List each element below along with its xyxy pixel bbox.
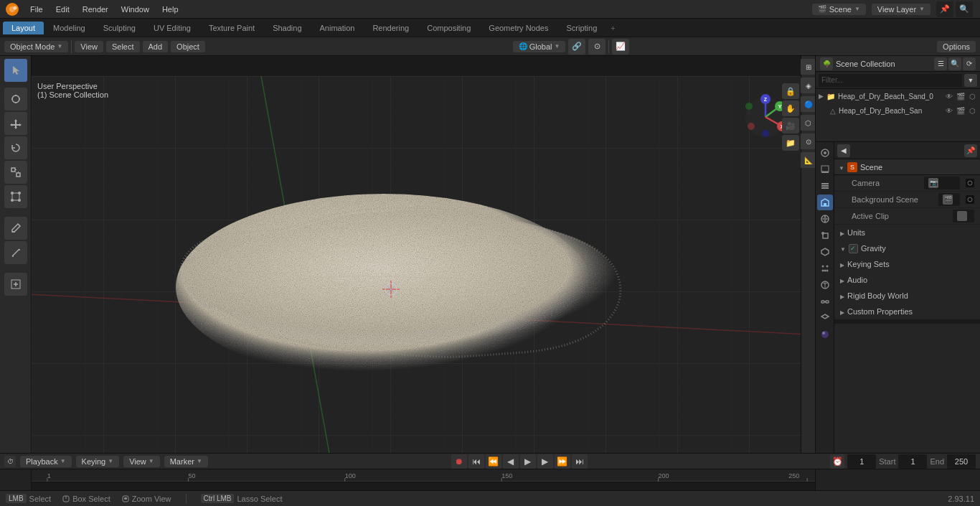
camera-link-btn[interactable]: [966, 179, 974, 187]
viewport-pan-btn[interactable]: ✋: [782, 100, 799, 116]
tab-shading[interactable]: Shading: [264, 22, 310, 34]
keying-sets-row[interactable]: Keying Sets: [834, 256, 980, 272]
options-btn[interactable]: Options: [937, 41, 976, 52]
props-icon-view-layer[interactable]: [817, 178, 833, 194]
props-icon-material[interactable]: [817, 327, 833, 342]
record-btn[interactable]: ⏺: [451, 454, 467, 469]
props-icon-world[interactable]: [817, 211, 833, 227]
prev-keyframe-btn[interactable]: ⏪: [486, 454, 501, 469]
menu-edit[interactable]: Edit: [50, 4, 75, 15]
outliner-filter-btn[interactable]: ☰: [934, 57, 947, 70]
tool-rotate[interactable]: [4, 136, 27, 159]
background-scene-value[interactable]: 🎬: [938, 193, 960, 206]
props-icon-data[interactable]: [817, 310, 833, 326]
viewport[interactable]: User Perspective (1) Scene Collection: [32, 56, 801, 453]
background-scene-row[interactable]: Background Scene 🎬: [834, 192, 980, 208]
select-menu[interactable]: Select: [106, 41, 140, 52]
proportional-edit-btn[interactable]: ⊙: [588, 39, 606, 55]
gravity-row[interactable]: ✓ Gravity: [834, 240, 980, 256]
menu-render[interactable]: Render: [77, 4, 114, 15]
custom-props-row[interactable]: Custom Properties: [834, 304, 980, 319]
tab-compositing[interactable]: Compositing: [418, 22, 479, 34]
props-icon-output[interactable]: [817, 161, 833, 177]
props-icon-scene[interactable]: [817, 195, 833, 210]
camera-row[interactable]: Camera 📷: [834, 175, 980, 192]
tab-scripting[interactable]: Scripting: [557, 22, 606, 34]
outliner-search-input[interactable]: Filter...: [819, 74, 962, 87]
camera-value[interactable]: 📷: [924, 177, 960, 189]
viewport-lock-btn[interactable]: 🔒: [782, 83, 799, 99]
scene-selector[interactable]: Scene: [829, 5, 852, 14]
props-icon-constraints[interactable]: [817, 294, 833, 309]
rt-icon-3[interactable]: 🔵: [800, 96, 817, 112]
tool-move[interactable]: [4, 112, 27, 135]
visibility-icon-1[interactable]: 👁: [944, 106, 954, 116]
pin-btn[interactable]: 📌: [936, 1, 953, 17]
tool-transform[interactable]: [4, 185, 27, 208]
add-workspace-btn[interactable]: +: [606, 22, 619, 34]
menu-file[interactable]: File: [24, 4, 49, 15]
props-search-input[interactable]: [852, 144, 962, 157]
tool-add[interactable]: [4, 273, 27, 296]
props-icon-render[interactable]: [817, 145, 833, 161]
tool-select[interactable]: [4, 59, 27, 82]
next-keyframe-btn[interactable]: ⏩: [555, 454, 570, 469]
active-clip-row[interactable]: Active Clip: [834, 208, 980, 225]
timeline-track[interactable]: 1 50 100 150 200 250: [32, 469, 815, 490]
current-frame-input[interactable]: 1: [847, 454, 876, 469]
props-icon-particles[interactable]: [817, 261, 833, 276]
rt-icon-4[interactable]: ⬡: [800, 115, 817, 131]
object-mode-dropdown[interactable]: Object Mode ▼: [4, 41, 68, 52]
audio-row[interactable]: Audio: [834, 272, 980, 288]
end-frame-input[interactable]: 250: [947, 454, 976, 469]
tab-geometry-nodes[interactable]: Geometry Nodes: [480, 22, 557, 34]
tab-animation[interactable]: Animation: [311, 22, 364, 34]
rigid-body-row[interactable]: Rigid Body World: [834, 288, 980, 304]
props-back-btn[interactable]: ◀: [837, 144, 850, 157]
active-clip-value[interactable]: [953, 210, 974, 222]
gravity-checkbox[interactable]: ✓: [849, 244, 858, 253]
menu-help[interactable]: Help: [156, 4, 184, 15]
playback-menu[interactable]: Playback ▼: [20, 456, 72, 467]
rt-icon-5[interactable]: ⊙: [800, 133, 817, 149]
prev-frame-btn[interactable]: ◀: [503, 454, 519, 469]
tool-cursor[interactable]: [4, 88, 27, 111]
tab-layout[interactable]: Layout: [3, 22, 44, 34]
transform-dropdown[interactable]: 🌐 Global ▼: [513, 41, 566, 52]
collection-item-0[interactable]: ▶ 📁 Heap_of_Dry_Beach_Sand_0 👁 🎬 ⬡: [816, 89, 980, 103]
units-row[interactable]: Units: [834, 225, 980, 240]
outliner-sort-btn[interactable]: ⟳: [963, 57, 976, 70]
tab-sculpting[interactable]: Sculpting: [95, 22, 144, 34]
collection-item-1[interactable]: △ Heap_of_Dry_Beach_San 👁 🎬 ⬡: [816, 103, 980, 118]
select-icon-1[interactable]: ⬡: [967, 106, 977, 116]
keying-menu[interactable]: Keying ▼: [76, 456, 120, 467]
filter-icon-btn[interactable]: ▼: [964, 74, 977, 87]
marker-menu[interactable]: Marker ▼: [164, 456, 208, 467]
jump-start-btn[interactable]: ⏮: [468, 454, 484, 469]
search-btn[interactable]: 🔍: [956, 1, 973, 17]
render-icon-0[interactable]: 🎬: [956, 91, 966, 101]
timeline-icon[interactable]: ⏱: [4, 456, 16, 467]
props-icon-object[interactable]: [817, 228, 833, 243]
rt-icon-6[interactable]: 📐: [800, 152, 817, 168]
tab-uv-editing[interactable]: UV Editing: [145, 22, 199, 34]
rt-icon-2[interactable]: ◈: [800, 78, 817, 93]
tool-scale[interactable]: [4, 161, 27, 184]
rt-icon-1[interactable]: ⊞: [800, 59, 817, 75]
viewport-camera-btn[interactable]: 🎥: [782, 118, 799, 133]
scene-section-header[interactable]: S Scene: [834, 159, 980, 175]
tool-measure[interactable]: [4, 241, 27, 264]
object-menu[interactable]: Object: [171, 41, 205, 52]
tab-texture-paint[interactable]: Texture Paint: [200, 22, 263, 34]
tab-rendering[interactable]: Rendering: [364, 22, 418, 34]
add-menu[interactable]: Add: [143, 41, 169, 52]
tool-annotate[interactable]: [4, 217, 27, 240]
start-frame-input[interactable]: 1: [898, 454, 927, 469]
props-pin-btn[interactable]: 📌: [964, 144, 977, 157]
props-icon-modifier[interactable]: [817, 244, 833, 260]
menu-window[interactable]: Window: [116, 4, 155, 15]
render-icon-1[interactable]: 🎬: [956, 106, 966, 116]
outliner-view-icon[interactable]: 🌳: [820, 57, 833, 70]
graph-btn[interactable]: 📈: [612, 39, 629, 55]
visibility-icon-0[interactable]: 👁: [944, 91, 954, 101]
